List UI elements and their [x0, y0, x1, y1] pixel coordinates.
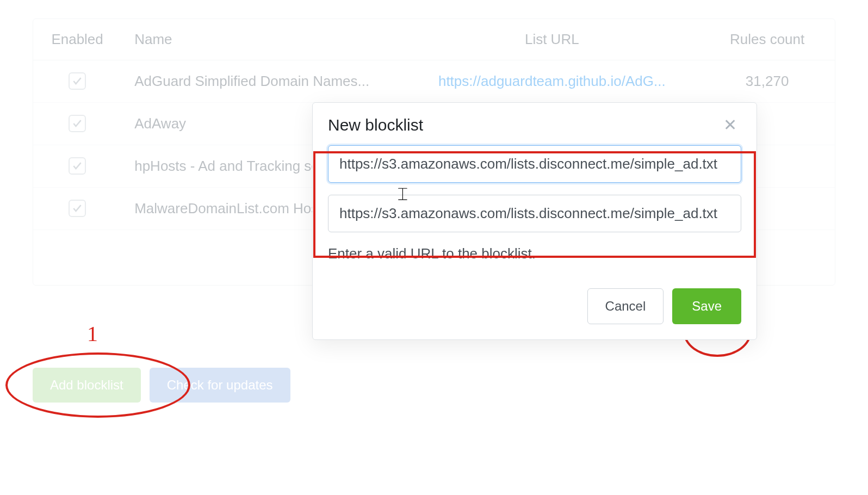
column-header-enabled: Enabled — [33, 19, 121, 60]
table-header-row: Enabled Name List URL Rules count — [33, 19, 835, 60]
column-header-rules: Rules count — [699, 19, 835, 60]
blocklist-name-input[interactable] — [328, 145, 741, 183]
blocklist-url-link[interactable]: https://adguardteam.github.io/AdG... — [438, 73, 666, 89]
column-header-name: Name — [121, 19, 404, 60]
blocklist-name: AdGuard Simplified Domain Names... — [121, 60, 404, 103]
cancel-button[interactable]: Cancel — [587, 288, 664, 324]
new-blocklist-modal: New blocklist ✕ Enter a valid URL to the… — [312, 102, 757, 340]
add-blocklist-button[interactable]: Add blocklist — [33, 368, 141, 403]
check-icon — [72, 203, 83, 214]
check-icon — [72, 76, 83, 86]
close-icon[interactable]: ✕ — [719, 115, 741, 135]
check-updates-button[interactable]: Check for updates — [150, 368, 290, 403]
check-icon — [72, 160, 83, 171]
column-header-url: List URL — [404, 19, 699, 60]
enable-checkbox[interactable] — [69, 157, 86, 175]
modal-title: New blocklist — [328, 116, 423, 134]
annotation-ellipse-1 — [5, 352, 190, 418]
annotation-label-1: 1 — [87, 321, 98, 346]
helper-text: Enter a valid URL to the blocklist. — [328, 245, 741, 262]
table-row: AdGuard Simplified Domain Names... https… — [33, 60, 835, 103]
blocklist-rules-count: 31,270 — [699, 60, 835, 103]
enable-checkbox[interactable] — [69, 200, 86, 217]
enable-checkbox[interactable] — [69, 72, 86, 90]
blocklist-url-input[interactable] — [328, 195, 741, 232]
enable-checkbox[interactable] — [69, 115, 86, 132]
check-icon — [72, 118, 83, 129]
save-button[interactable]: Save — [672, 288, 741, 324]
